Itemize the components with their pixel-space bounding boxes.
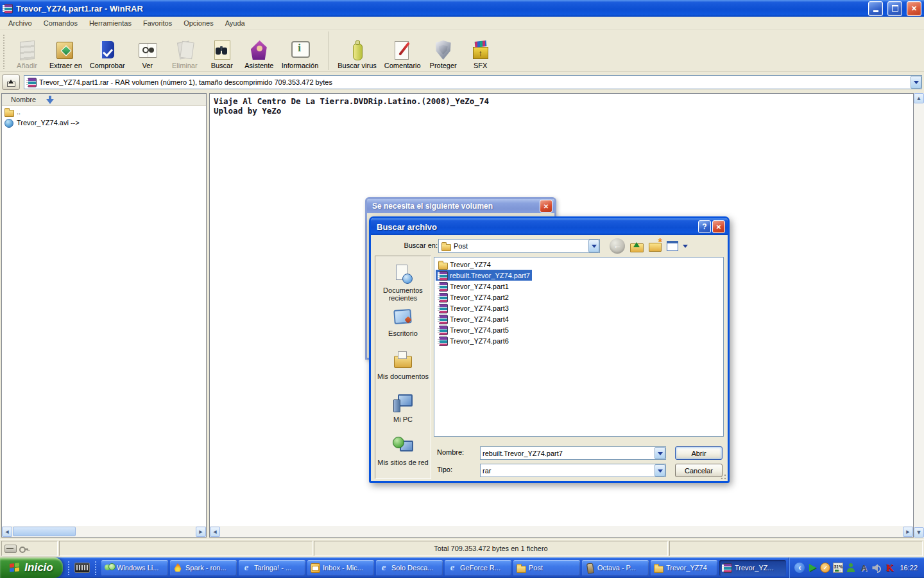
task-inbox[interactable]: Inbox - Mic... (307, 560, 374, 576)
menu-ayuda[interactable]: Ayuda (219, 18, 251, 28)
dialog-file-part6[interactable]: Trevor_YZ74.part6 (436, 335, 511, 346)
place-documentos-recientes[interactable]: Documentos recientes (375, 256, 431, 299)
window-title: Trevor_YZ74.part1.rar - WinRAR (16, 4, 864, 13)
restore-button[interactable] (887, 1, 902, 16)
task-trevor-winrar[interactable]: Trevor_YZ... (719, 560, 786, 576)
dialog-file-part4[interactable]: Trevor_YZ74.part4 (436, 313, 511, 324)
task-octava[interactable]: Octava - P... (582, 560, 649, 576)
scroll-down-icon[interactable]: ▼ (914, 527, 924, 538)
scroll-right-icon[interactable]: ► (196, 527, 206, 537)
menu-comandos[interactable]: Comandos (38, 18, 83, 28)
task-post[interactable]: Post (513, 560, 580, 576)
menu-opciones[interactable]: Opciones (178, 18, 219, 28)
vertical-scrollbar[interactable]: ▲ ▼ (914, 93, 924, 538)
toolbar-button-extraer-en[interactable]: Extraer en (46, 31, 85, 70)
tray-user-icon[interactable] (846, 563, 856, 573)
look-in-combo[interactable]: Post (438, 239, 600, 253)
keyboard-icon[interactable] (74, 563, 90, 573)
back-icon[interactable] (610, 238, 625, 254)
scroll-right-icon[interactable]: ► (903, 527, 913, 537)
dialog-file-part2[interactable]: Trevor_YZ74.part2 (436, 292, 511, 302)
toolbar-button-ver[interactable]: Ver (130, 31, 166, 70)
task-geforce[interactable]: GeForce R... (445, 560, 511, 576)
task-solo-desca[interactable]: Solo Desca... (376, 560, 443, 576)
ie-icon (447, 563, 458, 573)
winrar-icon (3, 3, 13, 13)
place-mi-pc[interactable]: Mi PC (375, 385, 431, 428)
dialog-file-part5[interactable]: Trevor_YZ74.part5 (436, 324, 511, 335)
start-button[interactable]: Inicio (0, 557, 63, 578)
views-grid-icon[interactable] (667, 241, 678, 251)
task-trevor-folder[interactable]: Trevor_YZ74 (651, 560, 717, 576)
scroll-left-icon[interactable]: ◄ (210, 527, 220, 537)
toolbar-button-comentario[interactable]: Comentario (381, 31, 424, 70)
column-header-nombre[interactable]: Nombre (2, 94, 206, 106)
views-dropdown-icon[interactable] (683, 245, 688, 250)
scroll-up-icon[interactable]: ▲ (914, 93, 924, 103)
toolbar-button-asistente[interactable]: Asistente (241, 31, 277, 70)
place-mis-documentos[interactable]: Mis documentos (375, 342, 431, 385)
up-one-level-button[interactable] (2, 74, 20, 90)
task-taringa[interactable]: Taringa! - ... (239, 560, 305, 576)
toolbar-button-comprobar[interactable]: Comprobar (87, 31, 128, 70)
dialog-file-rebuilt-part7[interactable]: rebuilt.Trevor_YZ74.part7 (436, 270, 532, 281)
file-type-combo[interactable]: rar (480, 464, 666, 477)
scroll-left-icon[interactable]: ◄ (2, 527, 12, 537)
toolbar-button-buscar[interactable]: Buscar (204, 31, 240, 70)
address-combo[interactable]: Trevor_YZ74.part1.rar - RAR volumen (núm… (24, 75, 922, 89)
open-button[interactable]: Abrir (675, 446, 723, 460)
look-in-dropdown-button[interactable] (588, 240, 599, 252)
task-spark[interactable]: Spark - ron... (170, 560, 237, 576)
resize-grip[interactable] (719, 472, 727, 480)
file-type-dropdown-button[interactable] (654, 464, 665, 477)
menu-herramientas[interactable]: Herramientas (83, 18, 137, 28)
new-folder-icon[interactable] (648, 239, 662, 253)
quick-launch (63, 557, 101, 578)
minimize-button[interactable] (868, 1, 883, 16)
tray-kaspersky-icon[interactable] (884, 563, 894, 573)
file-row-avi[interactable]: Trevor_YZ74.avi --> (2, 117, 206, 128)
right-panel-hscrollbar[interactable]: ◄ ► (210, 526, 913, 537)
toolbar-button-eliminar[interactable]: Eliminar (167, 31, 203, 70)
tray-chevron-icon[interactable] (794, 563, 805, 573)
file-name-label: Nombre: (437, 448, 464, 456)
place-escritorio[interactable]: Escritorio (375, 299, 431, 342)
scroll-thumb[interactable] (13, 527, 76, 536)
toolbar-drag-handle[interactable] (3, 34, 6, 69)
key-icon[interactable] (19, 545, 28, 552)
taskbar-clock[interactable]: 16:22 (900, 564, 918, 572)
toolbar-button-informacion[interactable]: Información (278, 31, 321, 70)
file-name-combo[interactable]: rebuilt.Trevor_YZ74.part7 (480, 446, 666, 460)
tray-clock-icon[interactable] (820, 563, 830, 573)
cancel-button[interactable]: Cancelar (675, 464, 723, 477)
place-mis-sitios-de-red[interactable]: Mis sitios de red (375, 428, 431, 471)
address-dropdown-button[interactable] (911, 76, 921, 89)
toolbar-button-proteger[interactable]: Proteger (425, 31, 461, 70)
menu-favoritos[interactable]: Favoritos (137, 18, 178, 28)
help-button[interactable]: ? (698, 220, 711, 233)
menu-archivo[interactable]: Archivo (3, 18, 38, 28)
rar-icon (438, 325, 448, 335)
task-windows-live[interactable]: Windows Li... (101, 560, 168, 576)
file-name-dropdown-button[interactable] (654, 447, 665, 459)
toolbar-button-anadir[interactable]: Añadir (9, 31, 45, 70)
dialog-file-part1[interactable]: Trevor_YZ74.part1 (436, 281, 511, 292)
virus-scan-icon (346, 39, 369, 61)
up-folder-icon[interactable] (629, 239, 644, 253)
tray-speaker-icon[interactable] (871, 563, 882, 573)
drive-icon[interactable] (4, 545, 17, 553)
close-button[interactable]: ✕ (712, 220, 725, 233)
toolbar-button-sfx[interactable]: SFX (463, 31, 499, 70)
chevron-down-icon (658, 452, 663, 458)
left-panel-hscrollbar[interactable]: ◄ ► (2, 526, 206, 537)
tray-battery-icon[interactable]: 31% (833, 563, 843, 573)
file-row-parent[interactable]: .. (2, 106, 206, 117)
close-button[interactable] (907, 1, 921, 16)
toolbar-button-buscar-virus[interactable]: Buscar virus (329, 31, 380, 70)
chevron-down-icon (658, 469, 663, 475)
tray-play-icon[interactable] (807, 563, 817, 573)
tray-a-icon[interactable] (859, 563, 869, 573)
close-button[interactable]: ✕ (540, 200, 552, 213)
dialog-file-trevor-folder[interactable]: Trevor_YZ74 (436, 259, 493, 270)
dialog-file-part3[interactable]: Trevor_YZ74.part3 (436, 302, 511, 313)
